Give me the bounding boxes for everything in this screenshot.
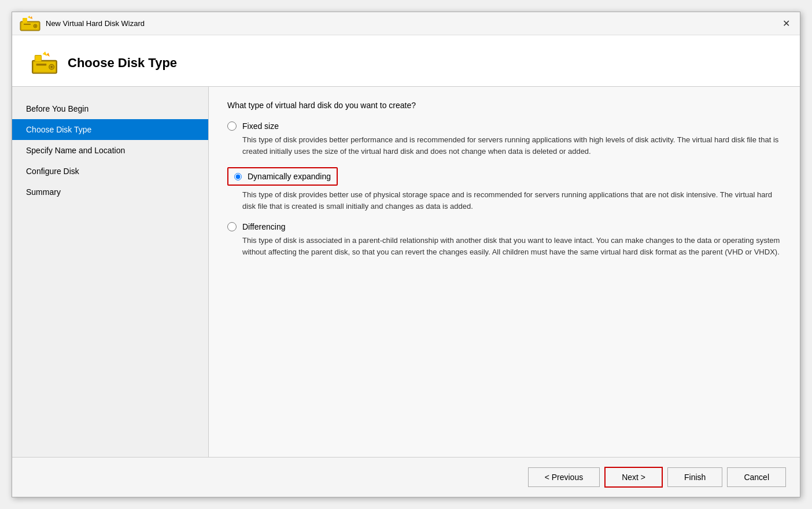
sidebar-item-configure-disk[interactable]: Configure Disk — [12, 161, 208, 182]
differencing-label[interactable]: Differencing — [242, 222, 285, 231]
header-content: Choose Disk Type — [31, 51, 781, 75]
close-button[interactable]: ✕ — [779, 17, 793, 31]
sidebar: Before You Begin Choose Disk Type Specif… — [12, 87, 209, 457]
svg-marker-7 — [30, 16, 32, 19]
cancel-button[interactable]: Cancel — [727, 467, 786, 487]
differencing-description: This type of disk is associated in a par… — [242, 235, 781, 257]
svg-point-4 — [35, 25, 36, 26]
next-button[interactable]: Next > — [604, 467, 663, 488]
title-bar-icon — [19, 14, 41, 33]
svg-marker-14 — [43, 51, 47, 56]
svg-rect-13 — [36, 64, 47, 65]
previous-button[interactable]: < Previous — [528, 467, 600, 487]
dynamically-expanding-radio[interactable] — [234, 173, 242, 180]
svg-rect-5 — [24, 24, 31, 25]
svg-marker-15 — [46, 53, 50, 57]
question-text: What type of virtual hard disk do you wa… — [227, 101, 781, 110]
fixed-size-description: This type of disk provides better perfor… — [242, 134, 781, 157]
wizard-window: New Virtual Hard Disk Wizard ✕ Choose Di… — [12, 12, 800, 497]
dynamically-expanding-highlight-box: Dynamically expanding — [227, 167, 338, 186]
option-fixed-size: Fixed size This type of disk provides be… — [227, 121, 781, 157]
title-bar: New Virtual Hard Disk Wizard ✕ — [12, 12, 800, 35]
main-content: Before You Begin Choose Disk Type Specif… — [12, 87, 800, 457]
dynamically-expanding-label[interactable]: Dynamically expanding — [248, 172, 331, 181]
finish-button[interactable]: Finish — [667, 467, 722, 487]
fixed-size-label[interactable]: Fixed size — [242, 121, 279, 131]
header-icon — [31, 51, 58, 75]
content-area: What type of virtual hard disk do you wa… — [209, 87, 800, 457]
dynamically-expanding-description: This type of disk provides better use of… — [242, 189, 781, 212]
svg-rect-2 — [23, 18, 27, 23]
fixed-size-radio[interactable] — [227, 121, 237, 131]
fixed-size-radio-row: Fixed size — [227, 121, 781, 131]
svg-marker-6 — [28, 16, 31, 19]
differencing-radio-row: Differencing — [227, 222, 781, 231]
option-dynamically-expanding: Dynamically expanding This type of disk … — [227, 167, 781, 212]
differencing-radio[interactable] — [227, 222, 237, 231]
footer-area: < Previous Next > Finish Cancel — [12, 457, 800, 497]
sidebar-item-summary[interactable]: Summary — [12, 182, 208, 202]
page-title: Choose Disk Type — [68, 56, 177, 71]
svg-point-12 — [51, 66, 53, 68]
option-differencing: Differencing This type of disk is associ… — [227, 222, 781, 257]
window-title: New Virtual Hard Disk Wizard — [46, 19, 145, 28]
svg-rect-10 — [35, 56, 41, 62]
header-area: Choose Disk Type — [12, 35, 800, 87]
sidebar-item-before-you-begin[interactable]: Before You Begin — [12, 98, 208, 119]
title-bar-left: New Virtual Hard Disk Wizard — [19, 14, 145, 33]
sidebar-item-specify-name-location[interactable]: Specify Name and Location — [12, 140, 208, 161]
sidebar-item-choose-disk-type[interactable]: Choose Disk Type — [12, 119, 208, 140]
